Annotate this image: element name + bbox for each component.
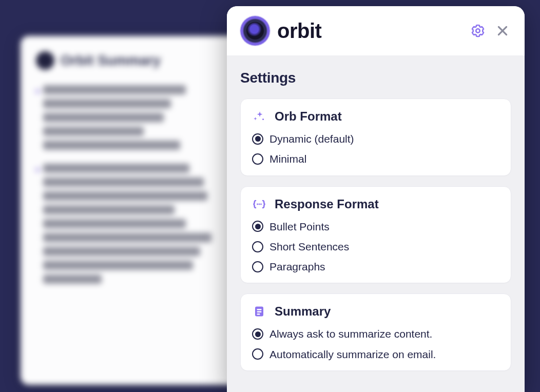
- settings-panel: orbit Settings: [227, 6, 525, 392]
- radio-icon: [252, 153, 263, 165]
- settings-gear-button[interactable]: [469, 22, 487, 40]
- radio-icon: [252, 261, 263, 272]
- svg-rect-8: [257, 313, 260, 315]
- svg-point-4: [260, 203, 262, 205]
- option-label: Automatically summarize on email.: [269, 347, 436, 361]
- option-label: Short Sentences: [269, 240, 349, 253]
- section-title: Orb Format: [275, 109, 342, 124]
- svg-rect-6: [257, 309, 262, 310]
- radio-icon: [252, 241, 263, 252]
- settings-section-orb-format: Orb Format Dynamic (default) Minimal: [240, 99, 511, 176]
- svg-rect-7: [257, 311, 262, 312]
- option-label: Always ask to summarize content.: [269, 327, 432, 341]
- svg-point-3: [259, 203, 260, 205]
- summary-bullet: [36, 85, 226, 154]
- sparkle-icon: [252, 109, 266, 124]
- ellipsis-brackets-icon: [252, 197, 266, 211]
- orbit-summary-card: Orbit Summary: [21, 36, 241, 385]
- option-orb-minimal[interactable]: Minimal: [252, 152, 499, 166]
- section-title: Summary: [275, 304, 331, 319]
- document-icon: [252, 304, 266, 319]
- option-label: Paragraphs: [269, 260, 325, 273]
- radio-icon: [252, 348, 263, 360]
- section-title: Response Format: [275, 197, 379, 211]
- option-label: Bullet Points: [269, 220, 330, 233]
- orbit-logo-icon: [36, 51, 54, 70]
- brand-name: orbit: [277, 19, 462, 43]
- settings-section-response-format: Response Format Bullet Points Short Sent…: [240, 186, 511, 284]
- option-label: Minimal: [269, 152, 306, 166]
- settings-section-summary: Summary Always ask to summarize content.…: [240, 293, 511, 371]
- panel-header: orbit: [227, 6, 525, 55]
- svg-point-2: [257, 203, 258, 205]
- settings-title: Settings: [240, 70, 511, 86]
- radio-icon: [252, 133, 263, 145]
- gear-icon: [471, 24, 485, 38]
- close-button[interactable]: [494, 22, 511, 40]
- option-label: Dynamic (default): [269, 132, 354, 146]
- close-icon: [496, 24, 509, 37]
- option-summary-auto-email[interactable]: Automatically summarize on email.: [252, 347, 499, 361]
- summary-bullet: [36, 164, 226, 288]
- svg-point-0: [476, 29, 479, 32]
- summary-card-title: Orbit Summary: [61, 53, 161, 69]
- option-orb-dynamic[interactable]: Dynamic (default): [252, 132, 499, 146]
- orbit-logo-icon: [240, 16, 270, 46]
- radio-icon: [252, 221, 263, 232]
- option-response-short-sentences[interactable]: Short Sentences: [252, 240, 499, 253]
- option-summary-always-ask[interactable]: Always ask to summarize content.: [252, 327, 499, 341]
- option-response-paragraphs[interactable]: Paragraphs: [252, 260, 499, 273]
- svg-point-1: [262, 119, 264, 120]
- option-response-bullets[interactable]: Bullet Points: [252, 220, 499, 233]
- radio-icon: [252, 328, 263, 340]
